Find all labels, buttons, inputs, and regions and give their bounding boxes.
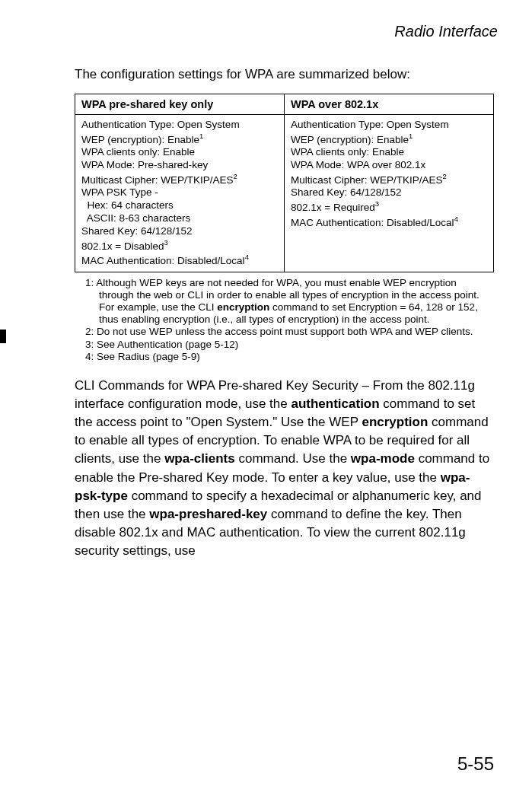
col-header-right: WPA over 802.1x	[285, 94, 494, 115]
footnote-text: Do not use WEP unless the access point m…	[97, 326, 473, 337]
cell-line: Shared Key: 64/128/152	[81, 225, 193, 237]
superscript: 1	[199, 132, 203, 140]
command-name: encryption	[362, 415, 428, 429]
footnote: 2: Do not use WEP unless the access poin…	[85, 326, 494, 338]
footnote-num: 3:	[85, 339, 94, 350]
cell-line: MAC Authentication: Disabled/Local	[291, 216, 454, 228]
cell-right: Authentication Type: Open System WEP (en…	[285, 115, 494, 272]
footnote-text: See Authentication (page 5-12)	[97, 339, 238, 350]
footnote: 4: See Radius (page 5-9)	[85, 351, 494, 363]
cell-line: 802.1x = Disabled	[81, 240, 164, 251]
cell-left: Authentication Type: Open System WEP (en…	[75, 115, 285, 272]
wpa-settings-table: WPA pre-shared key only WPA over 802.1x …	[75, 94, 494, 272]
superscript: 3	[164, 238, 167, 247]
cell-line: WPA clients only: Enable	[81, 146, 195, 158]
superscript: 1	[409, 132, 413, 140]
text: command. Use the	[235, 451, 351, 466]
superscript: 4	[454, 215, 458, 223]
footnote-num: 4:	[85, 351, 94, 362]
command-name: wpa-clients	[164, 451, 235, 466]
footnote-num: 2:	[85, 326, 94, 337]
section-header: Radio Interface	[46, 23, 498, 40]
cell-line: WPA Mode: Pre-shared-key	[81, 159, 208, 170]
footnote-text: See Radius (page 5-9)	[97, 351, 200, 362]
superscript: 4	[245, 253, 249, 261]
cell-line: WPA clients only: Enable	[291, 146, 404, 158]
page-number: 5-55	[457, 753, 494, 775]
footnote-num: 1:	[85, 277, 94, 288]
cell-line: WEP (encryption): Enable	[291, 133, 409, 145]
command-name: wpa-mode	[351, 451, 415, 466]
cell-line: Multicast Cipher: WEP/TKIP/AES	[291, 174, 443, 186]
cell-line: ASCII: 8-63 characters	[81, 212, 190, 224]
intro-paragraph: The configuration settings for WPA are s…	[75, 67, 494, 82]
body-paragraph: CLI Commands for WPA Pre-shared Key Secu…	[75, 377, 494, 560]
footnote-bold: encryption	[217, 301, 269, 313]
superscript: 2	[443, 172, 447, 180]
superscript: 3	[375, 199, 379, 208]
footnote: 3: See Authentication (page 5-12)	[85, 339, 494, 351]
cell-line: WPA PSK Type -	[81, 186, 158, 198]
table-row: Authentication Type: Open System WEP (en…	[75, 115, 494, 272]
col-header-left: WPA pre-shared key only	[75, 94, 285, 115]
table-header-row: WPA pre-shared key only WPA over 802.1x	[75, 94, 494, 115]
cell-line: Authentication Type: Open System	[81, 119, 240, 130]
cell-line: Authentication Type: Open System	[291, 119, 449, 130]
footnote: 1: Although WEP keys are not needed for …	[85, 277, 494, 326]
footnotes-block: 1: Although WEP keys are not needed for …	[85, 277, 494, 363]
cell-line: Hex: 64 characters	[81, 199, 174, 211]
cell-line: 802.1x = Required	[291, 202, 375, 213]
cell-line: Multicast Cipher: WEP/TKIP/AES	[81, 174, 234, 186]
change-bar-icon	[0, 330, 6, 343]
cell-line: WEP (encryption): Enable	[81, 133, 199, 145]
command-name: wpa-preshared-key	[149, 507, 267, 521]
command-name: authentication	[291, 396, 379, 411]
cell-line: MAC Authentication: Disabled/Local	[81, 255, 245, 266]
superscript: 2	[234, 172, 237, 180]
cell-line: WPA Mode: WPA over 802.1x	[291, 159, 425, 170]
cell-line: Shared Key: 64/128/152	[291, 186, 402, 198]
